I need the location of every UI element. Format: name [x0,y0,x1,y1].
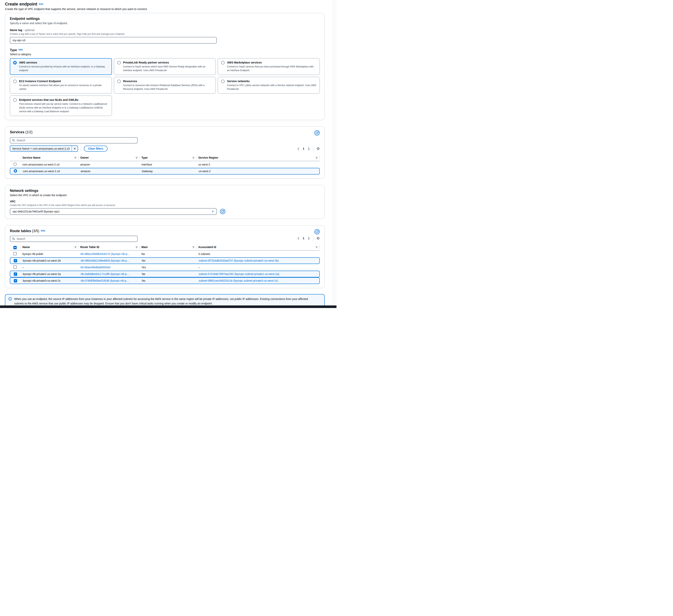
radio-icon[interactable] [13,98,17,102]
service-name-cell: com.amazonaws.us-west-2.s3 [21,163,79,166]
filter-icon[interactable]: ▽ [316,246,317,249]
col-service-region[interactable]: Service Region▽ [197,155,320,161]
route-table-row[interactable]: ✓ byovpc-rtb-private2-us-west-2b rtb-0f6… [10,257,320,264]
info-icon: i [8,297,12,301]
subnet-link[interactable]: subnet-0f891cec049232c2e (byovpc-subnet-… [199,279,278,282]
tile-label: EC2 Instance Connect Endpoint [19,80,108,83]
col-service-name[interactable]: Service Name▽ [21,155,79,161]
assoc-cell: – [197,266,320,269]
services-search[interactable] [10,137,138,143]
tile-service-networks[interactable]: Service networks Connect to VPC Lattice … [218,77,320,93]
type-cell: Gateway [140,170,197,173]
services-page-number[interactable]: 1 [303,147,304,150]
subnets-popover-link[interactable]: 3 subnets [198,252,210,256]
right-gutter [333,0,336,305]
row-checkbox-checked[interactable]: ✓ [14,259,17,262]
next-page-icon[interactable]: ❯ [307,237,310,240]
bottom-window-edge [0,305,336,308]
vpc-select[interactable]: vpc-0eb11514a74631e5f (byovpc-vpc) ▼ [10,208,217,215]
route-table-row[interactable]: ✓ byovpc-rtb-private1-us-west-2a rtb-0a9… [10,271,320,277]
preferences-gear-icon[interactable]: ⚙ [316,237,320,240]
radio-icon[interactable] [221,61,225,64]
filter-icon[interactable]: ▽ [136,157,138,159]
service-row-gateway[interactable]: com.amazonaws.us-west-2.s3 amazon Gatewa… [10,168,320,175]
filter-icon[interactable]: ▽ [136,246,138,249]
col-associated-id[interactable]: Associated Id▽ [197,244,320,250]
route-table-row[interactable]: – rtb-06ae0dbd6a88593a0 Yes – [10,264,320,271]
page-title: Create endpoint [5,2,37,6]
type-subtitle: Select a category [10,53,320,56]
tile-privatelink-partner[interactable]: PrivateLink Ready partner services Conne… [114,58,216,75]
col-type[interactable]: Type▽ [140,155,197,161]
tile-nlb-gwlb[interactable]: Endpoint services that use NLBs and GWLB… [10,95,112,116]
tile-ec2-instance-connect[interactable]: EC2 Instance Connect Endpoint An elastic… [10,77,112,93]
select-all-checkbox[interactable] [13,246,17,249]
token-dismiss-icon[interactable]: ✕ [71,146,78,151]
radio-checked-icon[interactable] [13,61,17,64]
radio-icon[interactable] [117,61,121,64]
route-tables-search-input[interactable] [16,237,135,240]
next-page-icon[interactable]: ❯ [307,147,310,150]
refresh-icon[interactable] [314,130,320,135]
col-owner[interactable]: Owner▽ [79,155,140,161]
tile-label: Resources [123,80,213,83]
route-table-id-link[interactable]: rtb-0f65438d1199ed009 (byovpc-rtb-p… [81,259,130,262]
vpc-select-value: vpc-0eb11514a74631e5f (byovpc-vpc) [13,210,59,213]
subnet-link[interactable]: subnet-07418de78974ac292 (byovpc-subnet-… [199,272,279,276]
service-row-interface[interactable]: com.amazonaws.us-west-2.s3 amazon Interf… [10,161,320,168]
row-checkbox[interactable] [13,265,17,269]
radio-icon[interactable] [117,80,121,83]
refresh-icon[interactable] [314,229,320,235]
route-table-id-link[interactable]: rtb-06ae0dbd6a88593a0 [80,266,110,269]
network-settings-card: Network settings Select the VPC in which… [5,185,325,219]
tile-description: Connect to SaaS services which have AWS … [123,65,213,72]
info-banner-text: When you use an endpoint, the source IP … [14,297,317,306]
route-table-id-link[interactable]: rtb-076fdf3b08ed10036 (byovpc-rtb-p… [81,279,129,282]
prev-page-icon[interactable]: ❮ [297,237,300,240]
clear-filters-button[interactable]: Clear filters [84,145,107,151]
radio-icon[interactable] [221,80,225,83]
tile-resources[interactable]: Resources Connect to resources like Amaz… [114,77,216,93]
tile-description: Connect to VPC Lattice service networks … [227,83,316,91]
subnet-link[interactable]: subnet-0f752ad83333ad707 (byovpc-subnet-… [199,259,279,262]
page-info-link[interactable]: Info [39,3,43,5]
main-cell: No [140,279,197,282]
name-tag-input[interactable] [10,37,217,44]
filter-token-label[interactable]: Service Name = com.amazonaws.us-west-2.s… [10,147,71,150]
tile-label: Endpoint services that use NLBs and GWLB… [19,98,108,101]
refresh-icon[interactable] [220,209,225,214]
type-cell: Interface [140,163,197,166]
route-tables-search[interactable] [10,236,138,242]
tile-aws-services[interactable]: AWS services Connect to services provide… [10,58,112,75]
col-route-table-id[interactable]: Route Table ID▽ [79,244,140,250]
radio-icon[interactable] [13,80,17,83]
row-radio-checked[interactable] [14,169,17,173]
row-checkbox-checked[interactable]: ✓ [14,272,17,276]
prev-page-icon[interactable]: ❮ [297,147,300,150]
route-table-id-link[interactable]: rtb-0a9ddbe64c1711df6 (byovpc-rtb-p… [81,272,130,276]
filter-icon[interactable]: ▽ [316,157,317,159]
vpc-label: VPC [10,200,320,203]
route-table-id-link[interactable]: rtb-0bba10806b33cb27e (byovpc-rtb-p… [80,252,130,256]
col-name[interactable]: Name▽ [21,244,79,250]
tile-label: PrivateLink Ready partner services [123,61,213,64]
preferences-gear-icon[interactable]: ⚙ [316,147,320,150]
type-info-link[interactable]: Info [18,48,23,51]
services-search-input[interactable] [16,139,135,142]
filter-icon[interactable]: ▽ [193,246,194,249]
route-tables-page-number[interactable]: 1 [303,237,304,240]
col-main[interactable]: Main▽ [140,244,197,250]
filter-icon[interactable]: ▽ [193,157,194,159]
row-checkbox[interactable] [13,252,17,255]
route-table-row[interactable]: ✓ byovpc-rtb-private3-us-west-2c rtb-076… [10,277,320,284]
route-tables-count: (3/5) [32,229,39,233]
filter-icon[interactable]: ▽ [75,246,76,249]
route-table-row[interactable]: byovpc-rtb-public rtb-0bba10806b33cb27e … [10,251,320,257]
route-tables-info-link[interactable]: Info [41,229,45,232]
main-cell: Yes [140,266,197,269]
filter-icon[interactable]: ▽ [75,157,76,159]
tile-marketplace[interactable]: AWS Marketplace services Connect to SaaS… [218,58,320,75]
route-tables-header: Name▽ Route Table ID▽ Main▽ Associated I… [10,244,320,251]
row-checkbox-checked[interactable]: ✓ [14,279,17,282]
row-radio[interactable] [13,163,17,166]
